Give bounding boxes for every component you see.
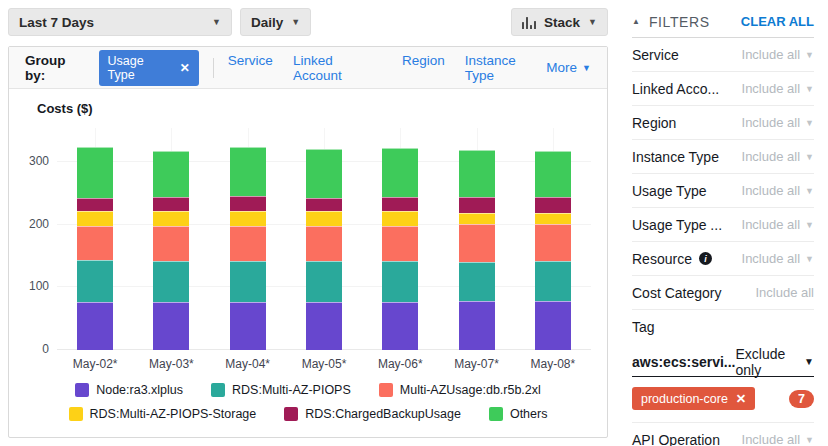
tag-filter-mode: Exclude only ▼: [736, 346, 814, 378]
chevron-down-icon: ▼: [804, 356, 814, 367]
segment-multi-azusage-db-r5b-2xl[interactable]: [230, 226, 266, 261]
stacked-bar-may-03[interactable]: [153, 151, 189, 350]
segment-others[interactable]: [382, 148, 418, 197]
stacked-bar-may-06[interactable]: [382, 148, 418, 350]
segment-multi-azusage-db-r5b-2xl[interactable]: [535, 224, 571, 260]
segment-multi-azusage-db-r5b-2xl[interactable]: [306, 226, 342, 261]
segment-rds-chargedbackupusage[interactable]: [77, 198, 113, 211]
segment-rds-multi-az-piops-storage[interactable]: [459, 213, 495, 224]
segment-multi-azusage-db-r5b-2xl[interactable]: [459, 224, 495, 262]
filter-row-instance-type: Instance TypeInclude all▼: [632, 140, 814, 174]
group-by-link-region[interactable]: Region: [402, 53, 445, 83]
segment-rds-chargedbackupusage[interactable]: [459, 197, 495, 213]
filter-value-dropdown-usage-type[interactable]: Include all▼: [742, 183, 814, 198]
filter-value-dropdown-resource[interactable]: Include all▼: [742, 251, 814, 266]
date-range-value: Last 7 Days: [19, 15, 94, 30]
filter-value-dropdown-instance-type[interactable]: Include all▼: [742, 149, 814, 164]
legend-item-rds-chargedbackupusage: RDS:ChargedBackupUsage: [284, 407, 461, 421]
group-by-link-service[interactable]: Service: [228, 53, 273, 83]
filter-value-dropdown-linked-acco[interactable]: Include all▼: [742, 81, 814, 96]
tag-value-chip[interactable]: production-core ✕: [632, 387, 755, 410]
segment-multi-azusage-db-r5b-2xl[interactable]: [153, 226, 189, 261]
segment-rds-multi-az-piops-storage[interactable]: [230, 211, 266, 226]
segment-rds-multi-az-piops-storage[interactable]: [153, 211, 189, 226]
group-by-link-instance-type[interactable]: Instance Type: [465, 53, 547, 83]
segment-node-ra3-xlplus[interactable]: [153, 302, 189, 350]
filter-value-dropdown-service[interactable]: Include all▼: [742, 47, 814, 62]
segment-node-ra3-xlplus[interactable]: [459, 301, 495, 350]
filter-label-cost-category: Cost Category: [632, 285, 721, 301]
group-by-chip-usage-type[interactable]: Usage Type ✕: [99, 50, 199, 86]
segment-rds-multi-az-piops[interactable]: [306, 261, 342, 302]
legend-swatch-icon: [211, 383, 225, 397]
close-icon[interactable]: ✕: [180, 61, 190, 75]
segment-others[interactable]: [77, 147, 113, 198]
segment-rds-chargedbackupusage[interactable]: [153, 197, 189, 211]
segment-rds-multi-az-piops[interactable]: [459, 262, 495, 301]
segment-rds-multi-az-piops-storage[interactable]: [306, 211, 342, 226]
chart-area: Costs ($) 0100200300 May-02*May-03*May-0…: [9, 89, 607, 421]
legend-row: RDS:Multi-AZ-PIOPS-StorageRDS:ChargedBac…: [69, 407, 548, 421]
filter-rows: ServiceInclude all▼Linked Acco...Include…: [632, 38, 814, 310]
segment-node-ra3-xlplus[interactable]: [230, 302, 266, 350]
tag-key-dropdown[interactable]: aws:ecs:servi... Exclude only ▼: [632, 347, 814, 377]
segment-rds-chargedbackupusage[interactable]: [535, 197, 571, 213]
clear-all-button[interactable]: CLEAR ALL: [741, 14, 814, 29]
granularity-dropdown[interactable]: Daily ▼: [240, 8, 311, 36]
chart-type-dropdown[interactable]: Stack ▼: [511, 8, 608, 36]
group-by-more-dropdown[interactable]: More ▼: [546, 60, 591, 75]
segment-rds-multi-az-piops[interactable]: [153, 261, 189, 302]
stacked-bar-may-05[interactable]: [306, 149, 342, 350]
filter-value-text: Include all: [742, 432, 801, 446]
stacked-bar-may-08[interactable]: [535, 151, 571, 350]
legend-row: Node:ra3.xlplusRDS:Multi-AZ-PIOPSMulti-A…: [75, 383, 541, 397]
segment-node-ra3-xlplus[interactable]: [535, 301, 571, 350]
filter-row-service: ServiceInclude all▼: [632, 38, 814, 72]
x-tick-may-04: May-04*: [210, 357, 286, 371]
filter-value-text: Include all: [742, 115, 801, 130]
filter-label-service: Service: [632, 47, 679, 63]
date-range-dropdown[interactable]: Last 7 Days ▼: [8, 8, 232, 36]
segment-rds-multi-az-piops-storage[interactable]: [535, 213, 571, 224]
filter-value-dropdown-usage-type[interactable]: Include all▼: [742, 217, 814, 232]
segment-multi-azusage-db-r5b-2xl[interactable]: [382, 226, 418, 261]
segment-node-ra3-xlplus[interactable]: [382, 302, 418, 350]
filters-header[interactable]: ▲ FILTERS CLEAR ALL: [632, 6, 814, 38]
segment-others[interactable]: [306, 149, 342, 198]
excluded-count-badge[interactable]: 7: [789, 390, 814, 408]
segment-others[interactable]: [459, 150, 495, 197]
info-icon[interactable]: i: [699, 252, 712, 265]
segment-rds-chargedbackupusage[interactable]: [230, 196, 266, 211]
legend-swatch-icon: [379, 383, 393, 397]
stacked-bar-may-07[interactable]: [459, 150, 495, 350]
segment-multi-azusage-db-r5b-2xl[interactable]: [77, 226, 113, 260]
segment-rds-chargedbackupusage[interactable]: [382, 197, 418, 211]
legend-item-rds-multi-az-piops: RDS:Multi-AZ-PIOPS: [211, 383, 351, 397]
segment-rds-multi-az-piops[interactable]: [230, 261, 266, 302]
x-tick-may-06: May-06*: [362, 357, 438, 371]
filter-value-dropdown-api-operation[interactable]: Include all ▼: [742, 432, 814, 446]
divider: [213, 58, 214, 78]
segment-node-ra3-xlplus[interactable]: [77, 302, 113, 350]
group-by-link-linked-account[interactable]: Linked Account: [293, 53, 382, 83]
segment-others[interactable]: [230, 147, 266, 196]
stacked-bar-may-04[interactable]: [230, 147, 266, 350]
filter-value-dropdown-region[interactable]: Include all▼: [742, 115, 814, 130]
filter-label-linked-acco: Linked Acco...: [632, 81, 719, 97]
segment-others[interactable]: [153, 151, 189, 197]
chevron-down-icon: ▼: [805, 84, 814, 94]
segment-rds-multi-az-piops[interactable]: [77, 260, 113, 302]
segment-rds-multi-az-piops-storage[interactable]: [382, 211, 418, 225]
segment-rds-multi-az-piops-storage[interactable]: [77, 211, 113, 226]
close-icon[interactable]: ✕: [736, 391, 746, 406]
segment-rds-multi-az-piops[interactable]: [535, 261, 571, 301]
segment-rds-multi-az-piops[interactable]: [382, 261, 418, 302]
stacked-bar-may-02[interactable]: [77, 147, 113, 350]
filter-value-dropdown-cost-category[interactable]: Include all: [755, 285, 814, 300]
plot-row: 0100200300: [9, 128, 607, 350]
filter-row-cost-category: Cost CategoryInclude all: [632, 276, 814, 310]
segment-node-ra3-xlplus[interactable]: [306, 302, 342, 350]
segment-others[interactable]: [535, 151, 571, 198]
segment-rds-chargedbackupusage[interactable]: [306, 198, 342, 211]
chevron-down-icon: ▼: [291, 18, 300, 27]
